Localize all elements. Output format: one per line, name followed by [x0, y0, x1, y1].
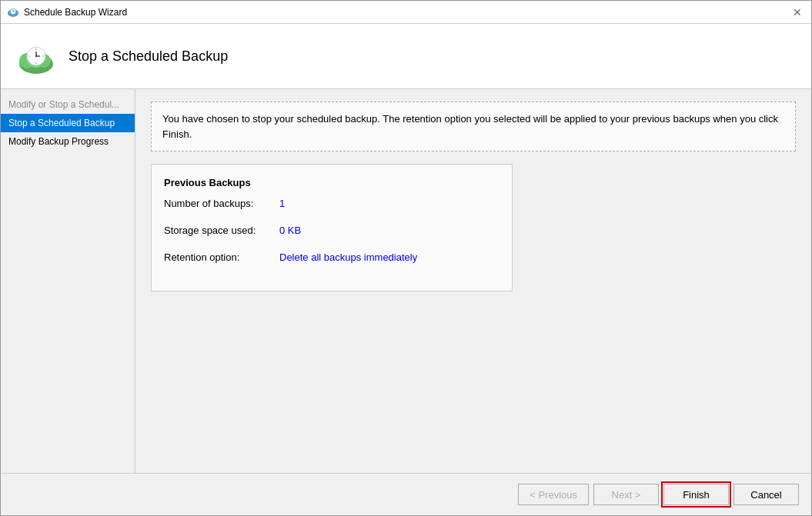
detail-value-1[interactable]: 0 KB	[279, 225, 301, 236]
info-text: You have chosen to stop your scheduled b…	[162, 113, 778, 140]
title-bar-left: Schedule Backup Wizard	[7, 6, 127, 18]
app-title-icon	[7, 6, 19, 18]
sidebar-item-stop-scheduled[interactable]: Stop a Scheduled Backup	[1, 114, 135, 132]
detail-value-0[interactable]: 1	[279, 198, 285, 209]
detail-label-1: Storage space used:	[164, 225, 279, 236]
backup-details-box: Previous Backups Number of backups: 1 St…	[151, 164, 513, 291]
detail-row-1: Storage space used: 0 KB	[164, 225, 500, 236]
next-button[interactable]: Next >	[593, 484, 659, 505]
title-bar: Schedule Backup Wizard ✕	[1, 1, 811, 24]
sidebar-item-modify-stop[interactable]: Modify or Stop a Schedul...	[1, 95, 135, 114]
close-button[interactable]: ✕	[790, 5, 805, 20]
detail-row-0: Number of backups: 1	[164, 198, 500, 209]
main-content: You have chosen to stop your scheduled b…	[135, 89, 811, 473]
svg-point-13	[35, 55, 37, 57]
content-area: Modify or Stop a Schedul... Stop a Sched…	[1, 89, 811, 473]
main-window: Schedule Backup Wizard ✕ Stop a Schedule…	[0, 0, 812, 516]
footer: < Previous Next > Finish Cancel	[1, 473, 811, 515]
cancel-button[interactable]: Cancel	[733, 484, 799, 505]
finish-button[interactable]: Finish	[663, 484, 729, 505]
detail-label-2: Retention option:	[164, 251, 279, 263]
title-text: Schedule Backup Wizard	[24, 7, 127, 18]
header-icon	[16, 36, 56, 76]
detail-value-2[interactable]: Delete all backups immediately	[279, 251, 417, 263]
sidebar-item-modify-progress[interactable]: Modify Backup Progress	[1, 132, 135, 151]
header-section: Stop a Scheduled Backup	[1, 24, 811, 89]
sidebar: Modify or Stop a Schedul... Stop a Sched…	[1, 89, 135, 473]
page-title: Stop a Scheduled Backup	[69, 48, 228, 65]
previous-button[interactable]: < Previous	[518, 484, 589, 505]
detail-label-0: Number of backups:	[164, 198, 279, 209]
detail-row-2: Retention option: Delete all backups imm…	[164, 251, 500, 263]
backup-details-title: Previous Backups	[164, 177, 500, 188]
info-box: You have chosen to stop your scheduled b…	[151, 102, 796, 151]
